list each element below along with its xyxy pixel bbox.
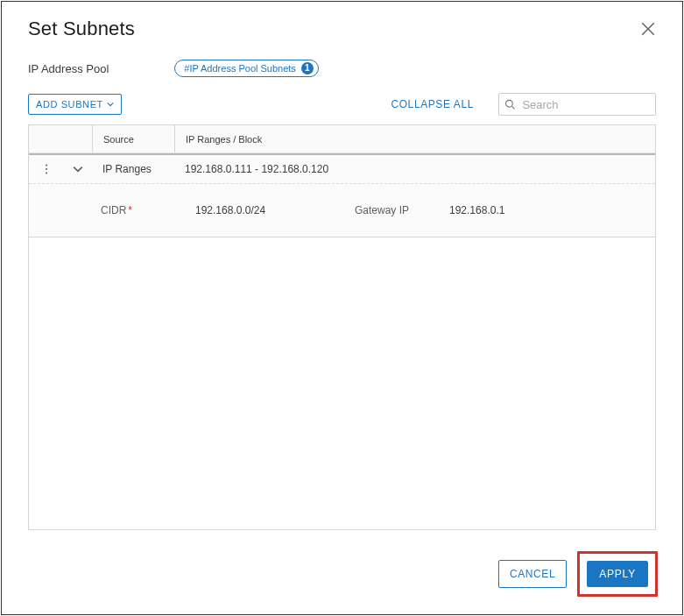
ip-pool-row: IP Address Pool #IP Address Pool Subnets… (2, 44, 682, 88)
svg-point-5 (46, 168, 47, 170)
gateway-value: 192.168.0.1 (449, 204, 655, 216)
cidr-value: 192.168.0.0/24 (174, 204, 355, 216)
ip-pool-chip-text: #IP Address Pool Subnets (184, 62, 296, 74)
grid-header-ranges: IP Ranges / Block (174, 125, 655, 152)
subnets-grid: Source IP Ranges / Block IP Ranges 192.1… (28, 124, 656, 530)
collapse-all-link[interactable]: COLLAPSE ALL (391, 98, 474, 110)
search-input[interactable] (520, 97, 650, 112)
row-ranges-value: 192.168.0.111 - 192.168.0.120 (174, 163, 655, 175)
grid-header: Source IP Ranges / Block (29, 125, 655, 153)
svg-point-6 (46, 172, 47, 173)
apply-button[interactable]: APPLY (587, 561, 648, 587)
ip-pool-label: IP Address Pool (28, 62, 109, 75)
row-expand-toggle[interactable] (64, 164, 92, 174)
ip-pool-chip-count: 1 (301, 62, 314, 74)
dialog-title: Set Subnets (28, 18, 135, 40)
ip-pool-chip[interactable]: #IP Address Pool Subnets 1 (174, 60, 319, 77)
close-icon[interactable] (640, 21, 656, 37)
svg-point-4 (46, 164, 47, 166)
required-asterisk: * (128, 204, 132, 216)
grid-body: IP Ranges 192.168.0.111 - 192.168.0.120 … (29, 153, 655, 529)
search-icon (504, 98, 515, 110)
kebab-icon (41, 164, 52, 174)
cancel-button[interactable]: CANCEL (498, 560, 567, 588)
chevron-down-icon (73, 164, 83, 174)
row-source-value: IP Ranges (92, 163, 174, 175)
dialog-header: Set Subnets (2, 2, 682, 44)
search-box[interactable] (498, 93, 656, 116)
grid-header-source: Source (92, 125, 174, 152)
table-row[interactable]: IP Ranges 192.168.0.111 - 192.168.0.120 (29, 153, 655, 183)
chevron-down-icon (107, 101, 114, 108)
svg-line-3 (512, 106, 515, 109)
dialog-footer: CANCEL APPLY (2, 530, 682, 614)
set-subnets-dialog: Set Subnets IP Address Pool #IP Address … (1, 1, 683, 615)
svg-point-2 (506, 100, 513, 107)
apply-highlight: APPLY (577, 551, 658, 597)
toolbar: ADD SUBNET COLLAPSE ALL (2, 88, 682, 124)
cidr-label: CIDR* (101, 204, 174, 216)
add-subnet-label: ADD SUBNET (36, 99, 103, 110)
row-actions-menu[interactable] (29, 164, 64, 174)
add-subnet-button[interactable]: ADD SUBNET (28, 94, 122, 115)
row-detail: CIDR* 192.168.0.0/24 Gateway IP 192.168.… (29, 183, 655, 237)
gateway-label: Gateway IP (355, 204, 449, 216)
cidr-label-text: CIDR (101, 204, 126, 216)
